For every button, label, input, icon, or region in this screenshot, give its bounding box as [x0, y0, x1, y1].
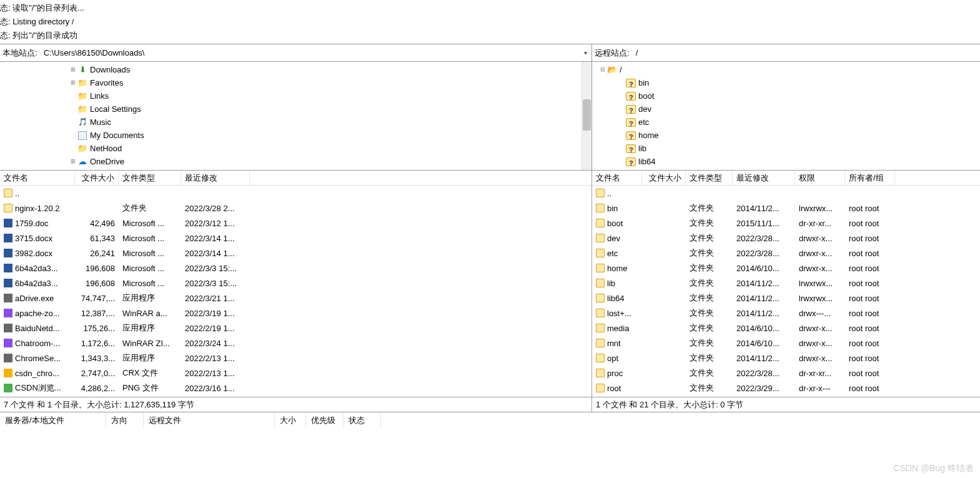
tree-item[interactable]: ⊟/ [592, 63, 980, 76]
file-row[interactable]: boot文件夹2015/11/1...dr-xr-xr...root root [592, 216, 980, 231]
expand-icon[interactable]: ⊞ [69, 63, 77, 76]
remote-tree[interactable]: ⊟/binbootdevetchomeliblib64 [592, 62, 980, 171]
file-type: WinRAR ZI... [119, 339, 181, 348]
file-row[interactable]: csdn_chro...2,747,0...CRX 文件2022/2/13 1.… [0, 366, 591, 381]
file-modified: 2014/6/10... [733, 324, 795, 333]
folder-icon [596, 339, 605, 347]
file-type: 文件夹 [686, 292, 733, 304]
file-row[interactable]: lib64文件夹2014/11/2...lrwxrwx...root root [592, 291, 980, 306]
file-modified: 2014/6/10... [733, 264, 795, 273]
file-row[interactable]: ChromeSe...1,343,3...应用程序2022/2/13 1... [0, 351, 591, 366]
tree-item[interactable]: Music [0, 116, 591, 129]
local-file-list[interactable]: ..nginx-1.20.2文件夹2022/3/28 2...1759.doc4… [0, 186, 591, 397]
file-row[interactable]: mnt文件夹2014/6/10...drwxr-x...root root [592, 336, 980, 351]
file-row[interactable]: lost+...文件夹2014/11/2...drwx---...root ro… [592, 306, 980, 321]
expand-icon[interactable]: ⊞ [69, 155, 77, 168]
file-name: 3982.docx [15, 249, 52, 258]
file-row[interactable]: .. [0, 186, 591, 201]
file-name: csdn_chro... [15, 369, 59, 378]
file-row[interactable]: nginx-1.20.2文件夹2022/3/28 2... [0, 201, 591, 216]
expand-icon[interactable]: ⊞ [69, 76, 77, 89]
file-row[interactable]: opt文件夹2014/11/2...drwxr-x...root root [592, 351, 980, 366]
unknown-folder-icon [626, 78, 636, 88]
local-path-dropdown-icon[interactable]: ▾ [579, 49, 591, 56]
tree-item[interactable]: boot [592, 89, 980, 102]
file-owner: root root [845, 249, 895, 258]
tree-item[interactable]: dev [592, 102, 980, 116]
col-size[interactable]: 文件大小 [75, 171, 119, 185]
file-row[interactable]: Chatroom-...1,172,6...WinRAR ZI...2022/3… [0, 336, 591, 351]
col-type[interactable]: 文件类型 [686, 171, 733, 185]
file-modified: 2022/3/28... [733, 234, 795, 243]
file-modified: 2022/3/14 1... [181, 249, 250, 258]
tree-item[interactable]: lib [592, 142, 980, 155]
file-row[interactable]: 6b4a2da3...196,608Microsoft ...2022/3/3 … [0, 276, 591, 291]
folder-icon [77, 78, 87, 88]
col-name[interactable]: 文件名 [592, 171, 642, 185]
file-row[interactable]: media文件夹2014/6/10...drwxr-x...root root [592, 321, 980, 336]
file-type: Microsoft ... [119, 249, 181, 258]
file-row[interactable]: 3982.docx26,241Microsoft ...2022/3/14 1.… [0, 246, 591, 261]
exe-icon [4, 294, 12, 302]
file-row[interactable]: home文件夹2014/6/10...drwxr-x...root root [592, 261, 980, 276]
file-row[interactable]: aDrive.exe74,747,...应用程序2022/3/21 1... [0, 291, 591, 306]
file-size: 12,387,... [75, 309, 119, 318]
file-row[interactable]: bin文件夹2014/11/2...lrwxrwx...root root [592, 201, 980, 216]
col-modified[interactable]: 最近修改 [181, 171, 250, 185]
tree-item[interactable]: bin [592, 76, 980, 89]
queue-col-dir[interactable]: 方向 [106, 412, 144, 428]
folder-icon [596, 354, 605, 362]
queue-col-server[interactable]: 服务器/本地文件 [0, 412, 106, 428]
file-name: mnt [607, 339, 621, 348]
file-row[interactable]: 3715.docx61,343Microsoft ...2022/3/14 1.… [0, 231, 591, 246]
file-row[interactable]: 1759.doc42,496Microsoft ...2022/3/12 1..… [0, 216, 591, 231]
col-owner[interactable]: 所有者/组 [845, 171, 895, 185]
col-modified[interactable]: 最近修改 [733, 171, 795, 185]
local-path-input[interactable] [40, 44, 579, 61]
file-row[interactable]: lib文件夹2014/11/2...lrwxrwx...root root [592, 276, 980, 291]
file-row[interactable]: BaiduNetd...175,26...应用程序2022/2/19 1... [0, 321, 591, 336]
queue-col-pri[interactable]: 优先级 [306, 412, 344, 428]
remote-path-input[interactable] [632, 44, 980, 61]
queue-col-remote[interactable]: 远程文件 [144, 412, 275, 428]
file-row[interactable]: .. [592, 186, 980, 201]
tree-item[interactable]: home [592, 129, 980, 142]
file-row[interactable]: root文件夹2022/3/29...dr-xr-x---root root [592, 381, 980, 396]
file-modified: 2022/3/12 1... [181, 219, 250, 228]
file-row[interactable]: proc文件夹2022/3/28...dr-xr-xr...root root [592, 366, 980, 381]
file-row[interactable]: dev文件夹2022/3/28...drwxr-x...root root [592, 231, 980, 246]
file-name: media [607, 324, 629, 333]
file-owner: root root [845, 339, 895, 348]
col-name[interactable]: 文件名 [0, 171, 75, 185]
tree-item[interactable]: ⊞Downloads [0, 63, 591, 76]
remote-file-list[interactable]: ..bin文件夹2014/11/2...lrwxrwx...root rootb… [592, 186, 980, 397]
col-perm[interactable]: 权限 [795, 171, 845, 185]
tree-item[interactable]: ⊞Favorites [0, 76, 591, 89]
tree-item[interactable]: ⊞OneDrive [0, 155, 591, 168]
file-name: nginx-1.20.2 [15, 204, 60, 213]
queue-col-size[interactable]: 大小 [275, 412, 306, 428]
col-type[interactable]: 文件类型 [119, 171, 181, 185]
file-owner: root root [845, 354, 895, 363]
file-row[interactable]: 6b4a2da3...196,608Microsoft ...2022/3/3 … [0, 261, 591, 276]
queue-col-status[interactable]: 状态 [344, 412, 381, 428]
file-row[interactable]: apache-zo...12,387,...WinRAR a...2022/3/… [0, 306, 591, 321]
tree-item[interactable]: etc [592, 116, 980, 129]
expand-icon[interactable]: ⊟ [598, 63, 607, 76]
file-name: dev [607, 234, 620, 243]
tree-item[interactable]: My Documents [0, 129, 591, 142]
tree-item[interactable]: lib64 [592, 155, 980, 168]
file-modified: 2022/3/28... [733, 249, 795, 258]
local-tree[interactable]: ⊞Downloads⊞FavoritesLinksLocal SettingsM… [0, 62, 591, 171]
file-modified: 2022/3/28 2... [181, 204, 250, 213]
local-tree-scrollbar[interactable] [582, 62, 591, 170]
file-perm: lrwxrwx... [795, 279, 845, 288]
tree-item[interactable]: Local Settings [0, 102, 591, 116]
file-modified: 2022/2/13 1... [181, 369, 250, 378]
tree-item[interactable]: Links [0, 89, 591, 102]
file-perm: drwxr-x... [795, 354, 845, 363]
tree-item[interactable]: NetHood [0, 142, 591, 155]
file-row[interactable]: CSDN浏览...4,286,2...PNG 文件2022/3/16 1... [0, 381, 591, 396]
file-row[interactable]: etc文件夹2022/3/28...drwxr-x...root root [592, 246, 980, 261]
col-size[interactable]: 文件大小 [642, 171, 686, 185]
